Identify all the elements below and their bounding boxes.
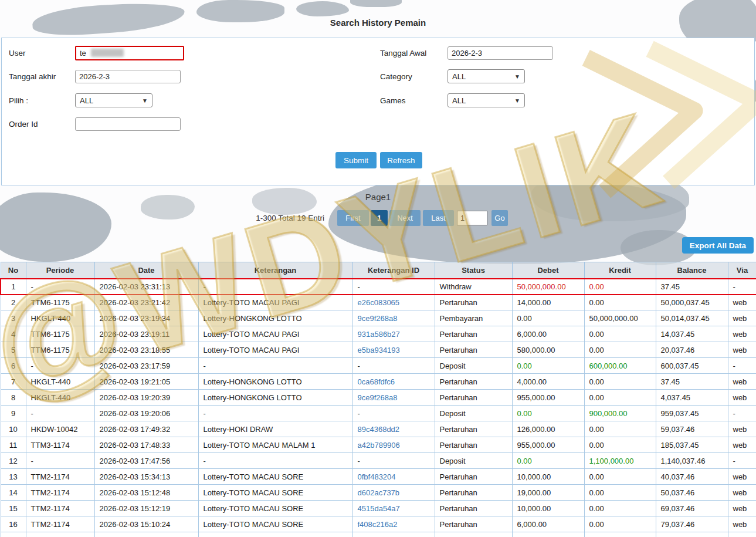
tanggal-akhir-label: Tanggal akhir: [9, 72, 56, 81]
cell-via: -: [728, 279, 756, 295]
cell-debet: 14,000.00: [512, 295, 584, 310]
column-header: Kredit: [584, 262, 656, 279]
cell-no: 7: [1, 374, 26, 390]
cell-kredit: 0.00: [584, 421, 656, 437]
cell-status: Pertaruhan: [435, 390, 512, 406]
cell-via: web: [728, 295, 756, 310]
tanggal-awal-input[interactable]: [448, 46, 553, 60]
column-header: Balance: [656, 262, 728, 279]
cell-keterangan: Lottery-TOTO MACAU PAGI: [198, 295, 352, 310]
cell-periode: TTM6-1175: [26, 326, 94, 342]
chevron-down-icon: ▼: [514, 97, 520, 104]
table-row: 8 HKGLT-440 2026-02-03 19:20:39 Lottery-…: [1, 390, 756, 406]
pagination-next-button[interactable]: Next: [389, 210, 421, 226]
cell-no: 1: [1, 279, 26, 295]
column-header: Via: [728, 262, 756, 279]
cell-balance: 20,037.46: [656, 342, 728, 358]
tanggal-akhir-input[interactable]: [75, 70, 181, 83]
cell-kredit: 0.00: [584, 295, 656, 310]
cell-periode: -: [26, 279, 94, 295]
cell-debet: 0.00: [512, 406, 584, 421]
cell-status: Deposit: [435, 406, 512, 421]
cell-via: -: [728, 453, 756, 469]
column-header: Date: [94, 262, 198, 279]
cell-keterangan-id[interactable]: 4515da54a7: [352, 501, 435, 516]
column-header: Periode: [26, 262, 94, 279]
table-row: 10 HKDW-10042 2026-02-03 17:49:32 Lotter…: [1, 421, 756, 437]
cell-balance: 50,014,037.45: [656, 310, 728, 326]
cell-via: web: [728, 437, 756, 453]
cell-balance: 1,140,037.46: [656, 453, 728, 469]
map-shape: [350, 0, 402, 7]
pagination-last-button[interactable]: Last: [423, 210, 454, 226]
pilih-select[interactable]: ALL ▼: [75, 93, 152, 107]
pagination-go-button[interactable]: Go: [491, 210, 508, 226]
cell-keterangan-id[interactable]: f408c216a2: [352, 516, 435, 532]
column-header: Status: [435, 262, 512, 279]
cell-via: web: [728, 374, 756, 390]
cell-periode: HKGLT-440: [26, 310, 94, 326]
pagination-goto-input[interactable]: [457, 211, 487, 225]
pagination-first-button[interactable]: First: [337, 210, 369, 226]
cell-status: Pertaruhan: [435, 437, 512, 453]
cell-debet: 10,000.00: [512, 501, 584, 516]
pilih-selected-value: ALL: [80, 96, 93, 105]
cell-date: 2026-02-03 19:21:05: [94, 374, 198, 390]
cell-balance: 14,037.45: [656, 326, 728, 342]
cell-periode: -: [26, 358, 94, 374]
cell-kredit: 0.00: [584, 326, 656, 342]
cell-keterangan-id[interactable]: 9ce9f268a8: [352, 390, 435, 406]
cell-keterangan-id[interactable]: 9ce9f268a8: [352, 310, 435, 326]
cell-keterangan-id[interactable]: d602ac737b: [352, 485, 435, 501]
cell-kredit: 0.00: [584, 374, 656, 390]
column-header: Debet: [512, 262, 584, 279]
refresh-button[interactable]: Refresh: [380, 152, 422, 168]
cell-keterangan-id[interactable]: 931a586b27: [352, 326, 435, 342]
cell-date: 2026-02-03 19:20:06: [94, 406, 198, 421]
cell-date: 2026-02-03 15:12:19: [94, 501, 198, 516]
cell-keterangan-id[interactable]: e26c083065: [352, 295, 435, 310]
entries-range-text: 1-300 Total 19 Entri: [199, 214, 324, 222]
cell-keterangan-id: -: [352, 406, 435, 421]
table-row: 11 TTM3-1174 2026-02-03 17:48:33 Lottery…: [1, 437, 756, 453]
cell-debet: 955,000.00: [512, 390, 584, 406]
cell-keterangan: Lottery-HONGKONG LOTTO: [198, 390, 352, 406]
map-shape: [0, 192, 111, 262]
cell-date: 2026-02-03 23:17:59: [94, 358, 198, 374]
export-all-data-button[interactable]: Export All Data: [682, 237, 754, 254]
cell-keterangan: Lottery-HOKI DRAW: [198, 421, 352, 437]
column-header: No: [1, 262, 26, 279]
cell-kredit: 900,000.00: [584, 406, 656, 421]
cell-no: 15: [1, 501, 26, 516]
cell-debet: 955,000.00: [512, 437, 584, 453]
table-row: 7 HKGLT-440 2026-02-03 19:21:05 Lottery-…: [1, 374, 756, 390]
table-row: 1 - 2026-02-03 23:31:13 - - Withdraw 50,…: [1, 279, 756, 295]
cell-status: Pertaruhan: [435, 485, 512, 501]
cell-periode: TTM6-1175: [26, 342, 94, 358]
cell-status: Pertaruhan: [435, 326, 512, 342]
cell-keterangan: -: [198, 406, 352, 421]
table-row: 16 TTM2-1174 2026-02-03 15:10:24 Lottery…: [1, 516, 756, 532]
cell-keterangan: Lottery-HONGKONG LOTTO: [198, 374, 352, 390]
pagination-current-page[interactable]: 1: [371, 210, 388, 226]
chevron-down-icon: ▼: [514, 73, 520, 80]
cell-kredit: 0.00: [584, 501, 656, 516]
cell-status: Deposit: [435, 358, 512, 374]
cell-debet: 10,000.00: [512, 469, 584, 485]
games-select[interactable]: ALL ▼: [448, 93, 525, 107]
category-select[interactable]: ALL ▼: [448, 69, 525, 83]
cell-keterangan-id[interactable]: 0fbf483204: [352, 469, 435, 485]
cell-keterangan-id: -: [352, 358, 435, 374]
order-id-input[interactable]: [75, 117, 181, 131]
user-value-blur-mask: [91, 49, 124, 57]
cell-debet: 6,000.00: [512, 326, 584, 342]
cell-keterangan-id[interactable]: 0ca68fdfc6: [352, 374, 435, 390]
games-selected-value: ALL: [452, 96, 466, 105]
submit-button[interactable]: Submit: [335, 152, 377, 168]
cell-keterangan-id[interactable]: a42b789906: [352, 437, 435, 453]
table-row: 9 - 2026-02-03 19:20:06 - - Deposit 0.00…: [1, 406, 756, 421]
cell-no: 11: [1, 437, 26, 453]
cell-keterangan-id[interactable]: e5ba934193: [352, 342, 435, 358]
cell-status: Pertaruhan: [435, 469, 512, 485]
cell-keterangan-id[interactable]: 89c4368dd2: [352, 421, 435, 437]
